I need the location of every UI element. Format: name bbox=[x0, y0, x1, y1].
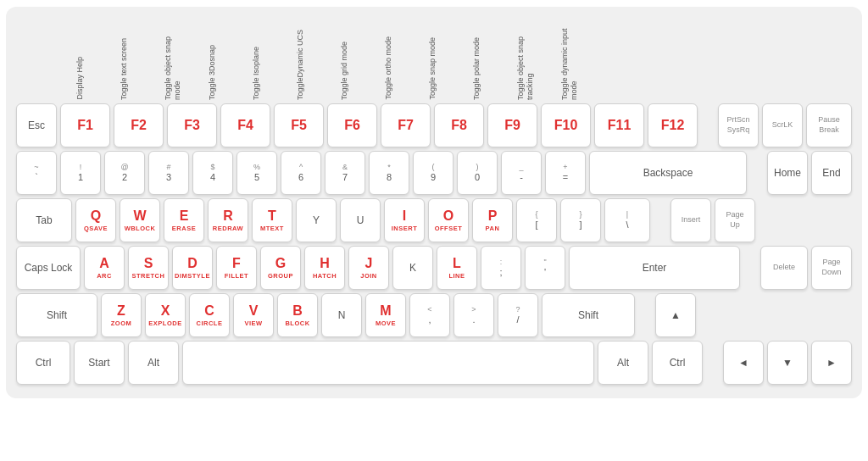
key-k[interactable]: K bbox=[392, 246, 433, 290]
key-quote[interactable]: " ' bbox=[525, 246, 565, 290]
keyboard: Display Help Toggle text screen Toggle o… bbox=[6, 7, 862, 398]
key-semicolon[interactable]: : ; bbox=[481, 246, 521, 290]
key-arrow-up[interactable]: ▲ bbox=[655, 293, 696, 337]
key-shift-left[interactable]: Shift bbox=[16, 293, 97, 337]
key-9[interactable]: ( 9 bbox=[413, 151, 453, 195]
key-s[interactable]: S STRETCH bbox=[128, 246, 169, 290]
key-start[interactable]: Start bbox=[74, 341, 125, 385]
key-end[interactable]: End bbox=[811, 151, 852, 195]
key-ctrl-right-label: Ctrl bbox=[670, 358, 686, 368]
key-5[interactable]: % 5 bbox=[236, 151, 277, 195]
key-equals[interactable]: + = bbox=[545, 151, 586, 195]
key-q[interactable]: Q QSAVE bbox=[75, 198, 116, 242]
key-home[interactable]: Home bbox=[767, 151, 808, 195]
key-f[interactable]: F FILLET bbox=[216, 246, 257, 290]
key-alt-right[interactable]: Alt bbox=[598, 341, 648, 385]
key-x[interactable]: X EXPLODE bbox=[145, 293, 186, 337]
key-6[interactable]: ^ 6 bbox=[281, 151, 321, 195]
key-0[interactable]: ) 0 bbox=[457, 151, 498, 195]
key-a[interactable]: A ARC bbox=[84, 246, 125, 290]
key-e[interactable]: E ERASE bbox=[164, 198, 204, 242]
key-start-label: Start bbox=[88, 358, 109, 368]
key-tilde[interactable]: ~ ` bbox=[16, 151, 57, 195]
key-4[interactable]: $ 4 bbox=[192, 151, 233, 195]
key-f8[interactable]: F8 bbox=[434, 103, 484, 147]
key-f9[interactable]: F9 bbox=[487, 103, 537, 147]
key-enter[interactable]: Enter bbox=[569, 246, 740, 290]
key-shift-right[interactable]: Shift bbox=[542, 293, 635, 337]
key-j[interactable]: J JOIN bbox=[348, 246, 389, 290]
key-i[interactable]: I INSERT bbox=[384, 198, 425, 242]
key-g[interactable]: G GROUP bbox=[260, 246, 301, 290]
key-slash[interactable]: ? / bbox=[498, 293, 538, 337]
key-period[interactable]: > . bbox=[453, 293, 494, 337]
key-3[interactable]: # 3 bbox=[148, 151, 189, 195]
key-tab[interactable]: Tab bbox=[16, 198, 72, 242]
key-n[interactable]: N bbox=[321, 293, 362, 337]
key-arrow-right-label: ► bbox=[826, 358, 837, 368]
key-arrow-right[interactable]: ► bbox=[811, 341, 852, 385]
key-f2[interactable]: F2 bbox=[114, 103, 164, 147]
fn-label-f1: Display Help bbox=[75, 55, 120, 100]
key-backspace[interactable]: Backspace bbox=[589, 151, 747, 195]
key-pageup[interactable]: PageUp bbox=[715, 198, 755, 242]
key-f4[interactable]: F4 bbox=[220, 103, 270, 147]
key-pause-label: PauseBreak bbox=[818, 115, 840, 135]
key-y[interactable]: Y bbox=[296, 198, 337, 242]
key-l[interactable]: L LINE bbox=[437, 246, 477, 290]
key-insert[interactable]: Insert bbox=[670, 198, 711, 242]
key-f11[interactable]: F11 bbox=[594, 103, 644, 147]
asdf-row: Caps Lock A ARC S STRETCH D DIMSTYLE F F… bbox=[16, 246, 852, 290]
key-scrlk[interactable]: ScrLK bbox=[762, 103, 803, 147]
key-f6[interactable]: F6 bbox=[327, 103, 377, 147]
key-f12[interactable]: F12 bbox=[648, 103, 698, 147]
key-h[interactable]: H HATCH bbox=[304, 246, 345, 290]
key-c[interactable]: C CIRCLE bbox=[189, 293, 230, 337]
key-rbracket[interactable]: } ] bbox=[560, 198, 601, 242]
key-insert-label: Insert bbox=[682, 215, 701, 225]
key-t[interactable]: T MTEXT bbox=[252, 198, 292, 242]
key-lbracket[interactable]: { [ bbox=[516, 198, 557, 242]
key-b[interactable]: B BLOCK bbox=[277, 293, 318, 337]
key-w[interactable]: W WBLOCK bbox=[120, 198, 160, 242]
key-comma[interactable]: < , bbox=[409, 293, 450, 337]
key-f5[interactable]: F5 bbox=[274, 103, 324, 147]
key-1[interactable]: ! 1 bbox=[60, 151, 101, 195]
key-minus[interactable]: _ - bbox=[501, 151, 542, 195]
key-8[interactable]: * 8 bbox=[369, 151, 409, 195]
key-m[interactable]: M MOVE bbox=[365, 293, 406, 337]
key-arrow-left[interactable]: ◄ bbox=[723, 341, 764, 385]
key-delete-label: Delete bbox=[773, 263, 795, 273]
key-7[interactable]: & 7 bbox=[325, 151, 365, 195]
key-pagedown-label: PageDown bbox=[821, 258, 841, 277]
key-f10[interactable]: F10 bbox=[541, 103, 591, 147]
key-d[interactable]: D DIMSTYLE bbox=[172, 246, 213, 290]
key-enter-label: Enter bbox=[643, 263, 667, 273]
key-delete[interactable]: Delete bbox=[760, 246, 808, 290]
key-ctrl-left[interactable]: Ctrl bbox=[16, 341, 70, 385]
key-2[interactable]: @ 2 bbox=[104, 151, 145, 195]
key-capslock[interactable]: Caps Lock bbox=[16, 246, 81, 290]
key-prtscn[interactable]: PrtScnSysRq bbox=[718, 103, 759, 147]
function-row: Esc F1 F2 F3 F4 F5 F6 F7 F8 F9 F10 bbox=[16, 103, 852, 147]
key-p[interactable]: P PAN bbox=[472, 198, 513, 242]
key-esc[interactable]: Esc bbox=[16, 103, 57, 147]
key-o[interactable]: O OFFSET bbox=[428, 198, 469, 242]
key-v[interactable]: V VIEW bbox=[233, 293, 274, 337]
key-f7[interactable]: F7 bbox=[381, 103, 431, 147]
key-pagedown[interactable]: PageDown bbox=[811, 246, 852, 290]
key-f3[interactable]: F3 bbox=[167, 103, 217, 147]
key-u[interactable]: U bbox=[340, 198, 381, 242]
key-ctrl-right[interactable]: Ctrl bbox=[652, 341, 703, 385]
spacer-bottom bbox=[706, 341, 720, 385]
number-row: ~ ` ! 1 @ 2 # 3 $ 4 bbox=[16, 151, 852, 195]
key-f1[interactable]: F1 bbox=[60, 103, 110, 147]
key-pause[interactable]: PauseBreak bbox=[806, 103, 852, 147]
key-r[interactable]: R REDRAW bbox=[208, 198, 248, 242]
key-arrow-down[interactable]: ▼ bbox=[767, 341, 808, 385]
key-alt-left[interactable]: Alt bbox=[128, 341, 179, 385]
key-space[interactable] bbox=[182, 341, 594, 385]
key-z[interactable]: Z ZOOM bbox=[101, 293, 142, 337]
key-esc-label: Esc bbox=[28, 120, 45, 131]
key-backslash[interactable]: | \ bbox=[604, 198, 650, 242]
